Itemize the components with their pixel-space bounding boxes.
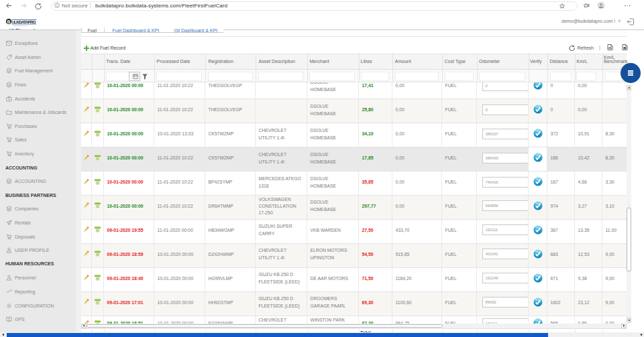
svg-text:B: B [7, 19, 10, 24]
svg-text:ULKDATAPRO: ULKDATAPRO [11, 19, 36, 24]
svg-text:THE VOICE OF DATA: THE VOICE OF DATA [13, 25, 28, 26]
